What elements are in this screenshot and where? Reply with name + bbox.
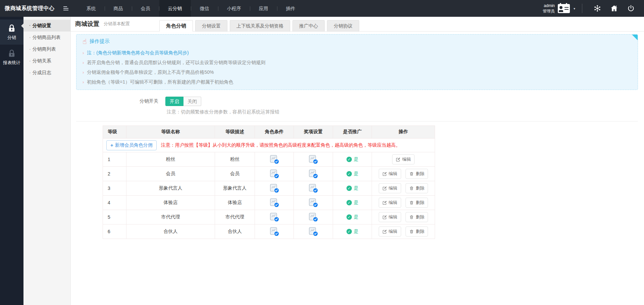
edit-button[interactable]: 编辑 — [379, 212, 401, 222]
edit-button[interactable]: 编辑 — [392, 154, 415, 164]
main-content: 商城设置 分销基本配置 角色分销 分销设置 上下线关系及分销资格 推广中心 分销… — [71, 17, 644, 305]
menu-item-plugins[interactable]: 插件 — [277, 0, 304, 17]
role-condition-icon[interactable] — [269, 198, 279, 208]
col-is-promote: 是否推广 — [333, 125, 372, 138]
role-condition-icon[interactable] — [269, 226, 279, 237]
reward-setting-icon[interactable] — [308, 212, 318, 222]
actions-cell: 编辑 删除 — [372, 195, 435, 210]
hamburger-icon[interactable] — [63, 0, 68, 17]
name-cell: 粉丝 — [126, 152, 215, 166]
promote-label: 是 — [354, 228, 359, 235]
role-condition-cell — [255, 181, 294, 195]
promote-cell: ✓是 — [333, 181, 372, 195]
role-level-table: 等级 等级名称 等级描述 角色条件 奖项设置 是否推广 操作 +新增会员角色分佣… — [103, 125, 435, 239]
sidebar-item-commission-log[interactable]: 分成日志 — [23, 67, 70, 79]
bullet-icon: › — [83, 80, 84, 85]
actions-cell: 编辑 删除 — [372, 224, 435, 239]
name-cell: 合伙人 — [126, 224, 215, 239]
reward-setting-cell — [294, 195, 333, 210]
home-icon[interactable] — [610, 4, 618, 12]
tab-distribution-settings[interactable]: 分销设置 — [195, 20, 227, 32]
reward-setting-icon[interactable] — [308, 226, 318, 237]
user-role: 管理员 — [543, 8, 555, 14]
table-row: 3 形象代言人 形象代言人 ✓是 编辑 删除 — [103, 181, 435, 195]
menu-item-distribution[interactable]: 云分销 — [159, 0, 191, 17]
role-condition-icon[interactable] — [269, 154, 279, 164]
actions-cell: 编辑 — [372, 152, 435, 166]
tips-title: 操作提示 — [90, 38, 110, 45]
tab-role-distribution[interactable]: 角色分销 — [159, 20, 193, 32]
role-condition-icon[interactable] — [269, 212, 279, 222]
menu-item-miniprogram[interactable]: 小程序 — [218, 0, 250, 17]
menu-item-goods[interactable]: 商品 — [105, 0, 132, 17]
switch-on-button[interactable]: 开启 — [165, 97, 183, 106]
tab-promotion-center[interactable]: 推广中心 — [292, 20, 325, 32]
reward-setting-cell — [294, 166, 333, 181]
delete-button[interactable]: 删除 — [406, 183, 428, 193]
check-circle-icon: ✓ — [346, 229, 352, 234]
reward-setting-icon[interactable] — [308, 154, 318, 164]
share-nodes-icon[interactable] — [593, 4, 601, 12]
table-row: 6 合伙人 合伙人 ✓是 编辑 删除 — [103, 224, 435, 239]
switch-label: 分销开关 — [140, 98, 158, 104]
delete-button[interactable]: 删除 — [406, 226, 428, 237]
tip-item: ›注：(角色分销新增角色将会与会员等级角色同步) — [83, 50, 632, 56]
tab-distribution-agreement[interactable]: 分销协议 — [327, 20, 359, 32]
edit-icon — [382, 200, 387, 205]
add-role-button[interactable]: +新增会员角色分佣 — [106, 140, 157, 150]
sidebar-module-distribution[interactable]: 分销 — [0, 19, 23, 45]
switch-note: 注意：切勿频繁修改分佣参数，容易引起系统运算报错 — [71, 109, 644, 115]
menu-item-apps[interactable]: 应用 — [250, 0, 277, 17]
role-condition-icon[interactable] — [269, 169, 279, 179]
edit-button[interactable]: 编辑 — [379, 183, 401, 193]
sidebar-item-distribution-settings[interactable]: 分销设置 — [23, 20, 70, 32]
role-condition-icon[interactable] — [269, 183, 279, 193]
table-row: 1 粉丝 粉丝 ✓是 编辑 — [103, 152, 435, 166]
sidebar-item-distribution-relations[interactable]: 分销关系 — [23, 55, 70, 67]
level-cell: 2 — [103, 166, 126, 181]
menu-item-members[interactable]: 会员 — [132, 0, 159, 17]
tab-bar: 角色分销 分销设置 上下线关系及分销资格 推广中心 分销协议 — [159, 20, 362, 31]
trash-icon — [409, 215, 414, 219]
edit-button[interactable]: 编辑 — [379, 169, 401, 179]
sidebar-item-distribution-goods[interactable]: 分销商品列表 — [23, 32, 70, 43]
reward-setting-cell — [294, 181, 333, 195]
promote-cell: ✓是 — [333, 210, 372, 224]
promote-cell: ✓是 — [333, 195, 372, 210]
name-cell: 市代代理 — [126, 210, 215, 224]
name-cell: 会员 — [126, 166, 215, 181]
promote-cell: ✓是 — [333, 166, 372, 181]
check-circle-icon: ✓ — [346, 186, 352, 191]
user-menu[interactable]: admin 管理员 ▾ — [543, 3, 575, 14]
switch-off-button[interactable]: 关闭 — [183, 97, 201, 106]
tab-upline-downline[interactable]: 上下线关系及分销资格 — [230, 20, 290, 32]
actions-cell: 编辑 删除 — [372, 210, 435, 224]
edit-button[interactable]: 编辑 — [379, 226, 401, 237]
reward-setting-icon[interactable] — [308, 198, 318, 208]
level-cell: 3 — [103, 181, 126, 195]
page-subtitle: 分销基本配置 — [104, 21, 130, 27]
lock-icon — [7, 49, 16, 58]
module-label: 报表统计 — [3, 60, 20, 66]
delete-button[interactable]: 删除 — [406, 198, 428, 208]
col-level-desc: 等级描述 — [215, 125, 255, 138]
sidebar-module-reports[interactable]: 报表统计 — [0, 45, 23, 70]
delete-button[interactable]: 删除 — [406, 169, 428, 179]
reward-setting-icon[interactable] — [308, 169, 318, 179]
navbar-right: admin 管理员 ▾ — [543, 0, 644, 17]
menu-item-system[interactable]: 系统 — [78, 0, 105, 17]
level-cell: 6 — [103, 224, 126, 239]
module-label: 分销 — [7, 35, 16, 41]
col-level: 等级 — [103, 125, 126, 138]
reward-setting-icon[interactable] — [308, 183, 318, 193]
role-condition-cell — [255, 152, 294, 166]
trash-icon — [409, 200, 414, 205]
edit-button[interactable]: 编辑 — [379, 198, 401, 208]
delete-button[interactable]: 删除 — [406, 212, 428, 222]
promote-label: 是 — [354, 185, 359, 191]
menu-item-wechat[interactable]: 微信 — [191, 0, 218, 17]
edit-icon — [382, 186, 387, 191]
sidebar-item-distributor-list[interactable]: 分销商列表 — [23, 43, 70, 55]
trash-icon — [409, 171, 414, 176]
power-icon[interactable] — [627, 4, 635, 12]
